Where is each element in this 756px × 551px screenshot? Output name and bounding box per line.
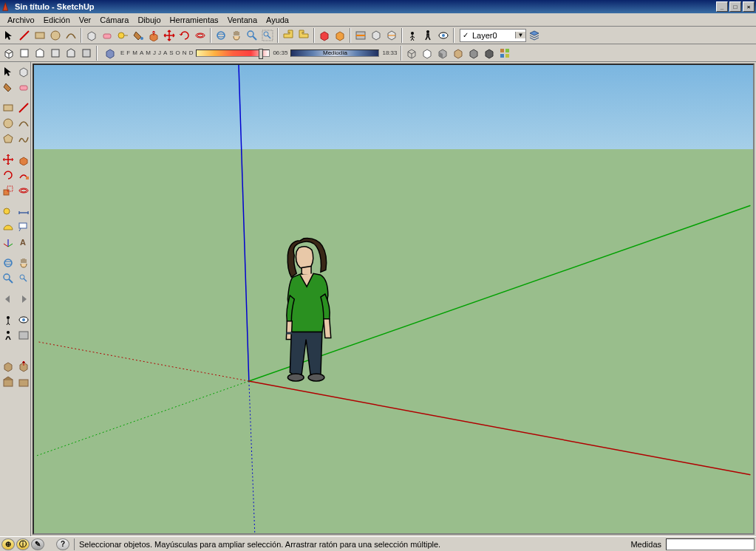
menu-camara[interactable]: Cámara [95, 15, 133, 25]
tape-measure-tool[interactable] [115, 28, 130, 43]
next-view-tool[interactable] [296, 28, 311, 43]
offset-tool[interactable] [193, 28, 208, 43]
side-3d-text-tool[interactable]: A [16, 235, 31, 250]
side-circle-tool[interactable] [1, 116, 16, 131]
monochrome-style-tool[interactable] [466, 46, 481, 61]
menu-ayuda[interactable]: Ayuda [262, 15, 293, 25]
side-walk-tool[interactable] [1, 328, 16, 343]
side-share-component-tool[interactable] [16, 374, 31, 389]
arc-tool[interactable] [64, 28, 78, 43]
eraser-tool[interactable] [100, 28, 115, 43]
rotate-tool[interactable] [177, 28, 192, 43]
side-offset-tool[interactable] [16, 183, 31, 198]
side-look-around-tool[interactable] [16, 312, 31, 327]
shadow-date-slider[interactable] [196, 49, 270, 57]
hidden-line-style-tool[interactable] [420, 46, 435, 61]
left-view-tool[interactable] [79, 46, 94, 61]
status-credits-button[interactable]: ⓘ [16, 538, 30, 550]
shadow-toggle-tool[interactable] [103, 46, 118, 61]
select-tool[interactable] [1, 28, 16, 43]
make-component-tool[interactable] [84, 28, 99, 43]
share-model-tool[interactable] [333, 28, 347, 43]
side-tape-measure-tool[interactable] [1, 204, 16, 219]
measure-input[interactable] [666, 538, 755, 550]
side-pan-tool[interactable] [16, 256, 31, 270]
side-share-model-tool[interactable] [16, 359, 31, 374]
styles-editor-tool[interactable] [497, 46, 512, 61]
side-follow-me-tool[interactable] [16, 168, 31, 182]
xray-style-tool[interactable] [482, 46, 497, 61]
look-around-tool[interactable] [436, 28, 451, 43]
side-orbit-tool[interactable] [1, 256, 16, 270]
menu-archivo[interactable]: Archivo [3, 15, 39, 25]
maximize-button[interactable]: □ [729, 1, 741, 12]
side-arc-tool[interactable] [16, 116, 31, 131]
rect-tool[interactable] [33, 28, 47, 43]
wireframe-style-tool[interactable] [404, 46, 419, 61]
position-camera-tool[interactable] [405, 28, 420, 43]
side-next-view-tool[interactable] [16, 292, 31, 307]
side-paint-bucket-tool[interactable] [1, 80, 16, 95]
line-tool[interactable] [17, 28, 32, 43]
orbit-tool[interactable] [214, 28, 228, 43]
side-zoom-extents-tool[interactable] [16, 271, 31, 286]
side-position-camera-tool[interactable] [1, 312, 16, 327]
layer-dropdown-icon[interactable]: ▼ [515, 32, 525, 38]
side-polygon-tool[interactable] [1, 131, 16, 146]
pan-tool[interactable] [229, 28, 244, 43]
side-move-tool[interactable] [1, 152, 16, 167]
close-button[interactable]: × [743, 1, 755, 12]
side-get-models-tool[interactable] [1, 359, 16, 374]
side-eraser-tool[interactable] [16, 80, 31, 95]
menu-herramientas[interactable]: Herramientas [166, 15, 223, 25]
status-bar: ⊕ ⓘ ✎ ? Seleccionar objetos. Mayúsculas … [0, 536, 756, 551]
get-models-tool[interactable] [317, 28, 332, 43]
section-plane-tool[interactable] [353, 28, 368, 43]
push-pull-tool[interactable] [146, 28, 161, 43]
side-rotate-tool[interactable] [1, 168, 16, 182]
status-claim-button[interactable]: ✎ [31, 538, 44, 550]
back-view-tool[interactable] [64, 46, 78, 61]
status-geolocation-button[interactable]: ⊕ [1, 538, 15, 550]
zoom-extents-tool[interactable] [260, 28, 275, 43]
side-prev-view-tool[interactable] [1, 292, 16, 307]
side-text-tool[interactable] [16, 219, 31, 234]
top-view-tool[interactable] [17, 46, 32, 61]
status-help-button[interactable]: ? [56, 538, 69, 550]
side-scale-tool[interactable] [1, 183, 16, 198]
shaded-style-tool[interactable] [435, 46, 450, 61]
right-view-tool[interactable] [48, 46, 63, 61]
menu-ver[interactable]: Ver [75, 15, 96, 25]
layer-selector[interactable]: ✓ Layer0 ▼ [460, 29, 526, 42]
side-protractor-tool[interactable] [1, 219, 16, 234]
layer-manager-tool[interactable] [527, 28, 542, 43]
side-section-plane-tool[interactable] [16, 328, 31, 343]
paint-bucket-tool[interactable] [131, 28, 146, 43]
display-section-planes-tool[interactable] [369, 28, 384, 43]
side-select-tool[interactable] [1, 64, 16, 79]
menu-ventana[interactable]: Ventana [223, 15, 262, 25]
zoom-tool[interactable] [245, 28, 259, 43]
iso-view-tool[interactable] [1, 46, 16, 61]
display-section-cuts-tool[interactable] [384, 28, 399, 43]
front-view-tool[interactable] [33, 46, 47, 61]
menu-edicion[interactable]: Edición [39, 15, 75, 25]
viewport-3d[interactable] [33, 64, 755, 535]
shadow-time-slider[interactable]: Mediodía [290, 49, 379, 57]
side-zoom-tool[interactable] [1, 271, 16, 286]
side-axes-tool[interactable] [1, 235, 16, 250]
prev-view-tool[interactable] [281, 28, 296, 43]
minimize-button[interactable]: _ [716, 1, 728, 12]
menu-dibujo[interactable]: Dibujo [133, 15, 165, 25]
shaded-textures-style-tool[interactable] [451, 46, 466, 61]
side-push-pull-tool[interactable] [16, 152, 31, 167]
circle-tool[interactable] [48, 28, 63, 43]
side-rect-tool[interactable] [1, 100, 16, 115]
side-line-tool[interactable] [16, 100, 31, 115]
side-make-component-tool[interactable] [16, 64, 31, 79]
side-dimension-tool[interactable] [16, 204, 31, 219]
walk-tool[interactable] [420, 28, 435, 43]
move-tool[interactable] [162, 28, 177, 43]
side-freehand-tool[interactable] [16, 131, 31, 146]
side-3dwarehouse-tool[interactable] [1, 374, 16, 389]
